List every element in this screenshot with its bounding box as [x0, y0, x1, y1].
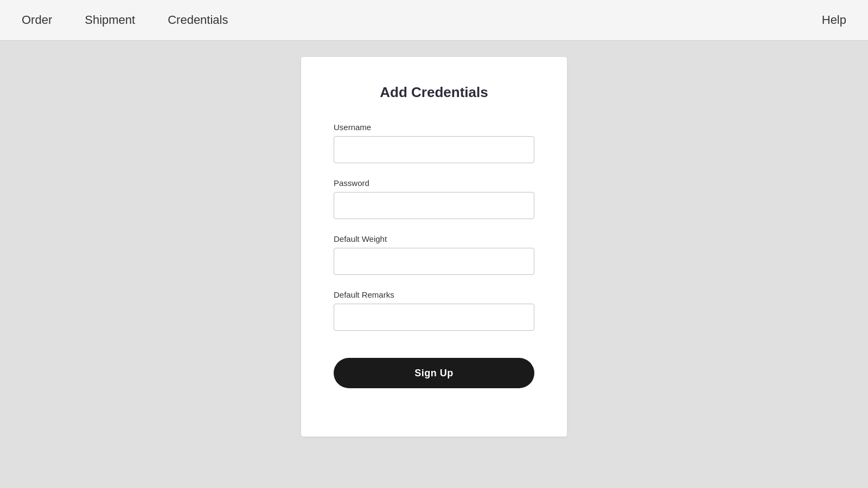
nav-left: Order Shipment Credentials [22, 13, 228, 27]
username-input[interactable] [334, 136, 534, 163]
main-content: Add Credentials Username Password Defaul… [0, 41, 868, 488]
default-weight-label: Default Weight [334, 234, 534, 243]
username-group: Username [334, 123, 534, 163]
form-card: Add Credentials Username Password Defaul… [301, 57, 567, 436]
nav-item-credentials[interactable]: Credentials [168, 13, 228, 27]
default-weight-input[interactable] [334, 248, 534, 275]
username-label: Username [334, 123, 534, 132]
form-title: Add Credentials [334, 84, 534, 101]
default-remarks-label: Default Remarks [334, 290, 534, 299]
password-label: Password [334, 178, 534, 188]
default-remarks-input[interactable] [334, 304, 534, 331]
default-remarks-group: Default Remarks [334, 290, 534, 331]
default-weight-group: Default Weight [334, 234, 534, 275]
nav-help[interactable]: Help [822, 13, 846, 27]
password-group: Password [334, 178, 534, 219]
signup-button[interactable]: Sign Up [334, 358, 534, 388]
nav-item-order[interactable]: Order [22, 13, 52, 27]
navbar: Order Shipment Credentials Help [0, 0, 868, 41]
nav-item-shipment[interactable]: Shipment [85, 13, 135, 27]
password-input[interactable] [334, 192, 534, 219]
